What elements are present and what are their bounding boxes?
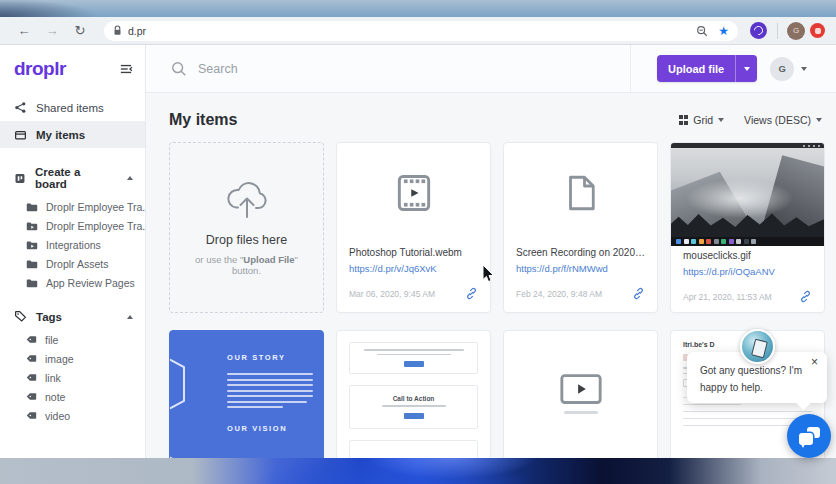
board-item[interactable]: Droplr Employee Tra... [0, 216, 145, 235]
upload-dropdown-button[interactable] [736, 55, 757, 82]
board-item[interactable]: Integrations [0, 235, 145, 254]
tag-item[interactable]: video [0, 406, 145, 425]
grid-view-label: Grid [693, 114, 713, 126]
file-link[interactable]: https://d.pr/i/OQaANV [683, 266, 812, 277]
file-card[interactable]: mouseclicks.gif https://d.pr/i/OQaANV Ap… [670, 142, 825, 313]
desktop-wallpaper-bottom [0, 458, 836, 484]
tag-item[interactable]: note [0, 387, 145, 406]
tag-item-label: note [45, 391, 65, 403]
collapse-chevron-up-icon [127, 176, 133, 180]
avatar: G [770, 57, 794, 81]
chat-message: Got any questions? I'm happy to help. [700, 363, 815, 396]
tag-item-icon [26, 373, 37, 382]
upload-file-label: Upload file [657, 55, 735, 82]
sidebar-item-label: My items [36, 129, 85, 141]
tag-icon [14, 310, 27, 323]
slide-heading: OUR VISION [227, 424, 315, 433]
tags-header[interactable]: Tags [0, 302, 145, 330]
sidebar-collapse-icon[interactable] [119, 63, 133, 75]
sort-dropdown[interactable]: Views (DESC) [744, 114, 822, 126]
forward-button[interactable]: → [42, 21, 62, 41]
bookmark-star-icon[interactable]: ★ [718, 24, 729, 38]
board-item-label: App Review Pages [46, 277, 135, 289]
recording-preview-card[interactable] [503, 330, 658, 458]
tag-item-label: video [45, 410, 70, 422]
chevron-down-icon [801, 67, 807, 71]
search-region [146, 45, 630, 92]
document-preview-card[interactable]: Call to Action [336, 330, 491, 458]
account-menu[interactable]: G [770, 57, 807, 81]
reload-icon: ↻ [75, 23, 86, 38]
board-item[interactable]: App Review Pages [0, 273, 145, 292]
board-icon [14, 172, 26, 185]
address-bar[interactable]: d.pr ★ [104, 21, 738, 41]
file-card[interactable]: Photoshop Tutorial.webm https://d.pr/v/J… [336, 142, 491, 313]
folder-icon [26, 278, 38, 288]
zoom-indicator-icon[interactable] [696, 25, 708, 37]
dropzone-subtitle: or use the "Upload File" button. [180, 254, 313, 276]
lock-icon [113, 25, 122, 36]
folder-icon [26, 221, 38, 231]
tag-item-icon [26, 354, 37, 363]
desktop-wallpaper-top [0, 0, 836, 17]
url-text: d.pr [128, 25, 146, 37]
tag-item[interactable]: image [0, 349, 145, 368]
chevron-down-icon [744, 67, 750, 71]
sidebar-item-label: Shared items [36, 102, 104, 114]
dropzone-title: Drop files here [206, 233, 287, 247]
board-item[interactable]: Droplr Employee Tra... [0, 197, 145, 216]
droplr-logo[interactable]: droplr [14, 58, 66, 80]
file-card[interactable]: Screen Recording on 2020-02-21 at ... ht… [503, 142, 658, 313]
copy-link-icon[interactable] [632, 287, 645, 300]
copy-link-icon[interactable] [465, 287, 478, 300]
file-title: mouseclicks.gif [683, 250, 812, 261]
create-a-board-header[interactable]: Create a board [0, 158, 145, 197]
topbar-actions: Upload file G [630, 45, 836, 92]
grid-view-dropdown[interactable]: Grid [679, 114, 724, 126]
section-header-label: Create a board [35, 166, 109, 190]
hexagon-decoration [169, 337, 204, 458]
chat-launcher-button[interactable] [787, 414, 831, 458]
dock-strip [671, 237, 824, 246]
record-extension-icon[interactable] [810, 23, 825, 38]
upload-file-button[interactable]: Upload file [657, 55, 757, 82]
dropzone-card[interactable]: Drop files here or use the "Upload File"… [169, 142, 324, 313]
copy-link-icon[interactable] [799, 290, 812, 303]
preview-section [349, 440, 478, 459]
board-item[interactable]: Droplr Assets [0, 254, 145, 273]
file-link[interactable]: https://d.pr/f/rNMWwd [516, 263, 645, 274]
file-date: Mar 06, 2020, 9:45 AM [349, 289, 435, 299]
monitor-play-icon [558, 372, 604, 408]
tag-item[interactable]: file [0, 330, 145, 349]
browser-profile-avatar[interactable]: G [787, 22, 805, 40]
folder-icon [26, 259, 38, 269]
board-item-label: Integrations [46, 239, 101, 251]
back-button[interactable]: ← [14, 21, 34, 41]
page-title: My items [169, 111, 237, 129]
back-icon: ← [18, 23, 31, 38]
section-header-label: Tags [36, 311, 62, 323]
sidebar-item-shared-items[interactable]: Shared items [0, 94, 145, 121]
mini-button [404, 413, 424, 419]
sidebar-item-my-items[interactable]: My items [0, 121, 145, 148]
board-item-label: Droplr Employee Tra... [46, 201, 151, 213]
reload-button[interactable]: ↻ [70, 21, 90, 41]
tag-item[interactable]: link [0, 368, 145, 387]
search-input[interactable] [198, 62, 498, 76]
grid-view-icon [679, 115, 689, 125]
file-link[interactable]: https://d.pr/v/Jq6XvK [349, 263, 478, 274]
cta-text: Call to Action [393, 395, 435, 402]
collapse-chevron-up-icon [127, 315, 133, 319]
document-icon [560, 171, 602, 215]
video-file-icon [392, 171, 436, 215]
droplr-extension-icon[interactable] [750, 22, 767, 39]
tag-item-icon [26, 392, 37, 401]
chat-bubble-icon [799, 427, 820, 446]
mini-button [404, 361, 424, 367]
monitor-stand [564, 411, 598, 414]
cloud-upload-icon [223, 179, 271, 221]
tag-item-label: link [45, 372, 61, 384]
close-icon[interactable]: × [811, 355, 818, 369]
chat-agent-avatar[interactable] [740, 329, 775, 364]
slide-preview-card[interactable]: OUR STORY OUR VISION [169, 330, 324, 458]
